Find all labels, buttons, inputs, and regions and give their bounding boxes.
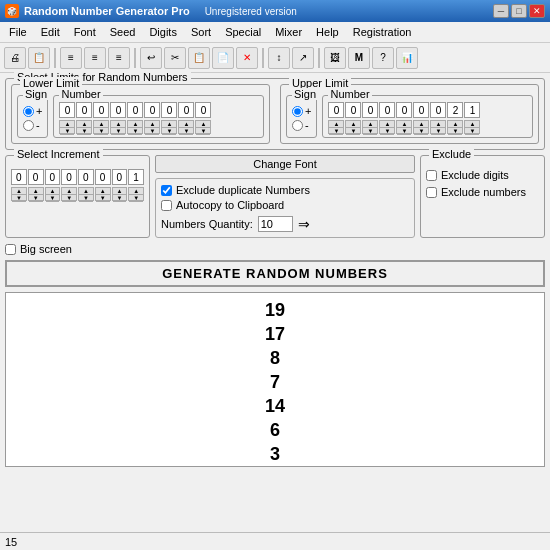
big-screen-label[interactable]: Big screen — [5, 243, 545, 255]
upper-spinner-1[interactable]: ▲▼ — [345, 120, 361, 134]
lower-sign-plus-label[interactable]: + — [23, 105, 42, 117]
lower-number-group: Number 0 0 0 0 0 0 0 0 0 — [53, 95, 264, 138]
close-button[interactable]: ✕ — [529, 4, 545, 18]
toolbar-align-right[interactable]: ≡ — [108, 47, 130, 69]
menu-bar: File Edit Font Seed Digits Sort Special … — [0, 22, 550, 43]
toolbar-sort-desc[interactable]: ↗ — [292, 47, 314, 69]
inc-spinner-2[interactable]: ▲▼ — [45, 187, 61, 201]
lower-digit-4: 0 — [127, 102, 143, 118]
upper-spinner-row: ▲▼ ▲▼ ▲▼ ▲▼ ▲▼ ▲▼ ▲▼ ▲▼ ▲▼ — [328, 120, 527, 134]
upper-spinner-4[interactable]: ▲▼ — [396, 120, 412, 134]
lower-spinner-5[interactable]: ▲▼ — [144, 120, 160, 134]
exclude-numbers-label[interactable]: Exclude numbers — [426, 186, 539, 198]
lower-spinner-2[interactable]: ▲▼ — [93, 120, 109, 134]
inc-spinner-6[interactable]: ▲▼ — [112, 187, 128, 201]
exclude-duplicates-label[interactable]: Exclude duplicate Numbers — [161, 184, 409, 196]
menu-special[interactable]: Special — [219, 24, 267, 40]
menu-font[interactable]: Font — [68, 24, 102, 40]
inc-spinner-0[interactable]: ▲▼ — [11, 187, 27, 201]
toolbar-stats[interactable]: 📊 — [396, 47, 418, 69]
toolbar-delete[interactable]: ✕ — [236, 47, 258, 69]
status-bar: 15 — [0, 532, 550, 550]
toolbar-undo[interactable]: ↩ — [140, 47, 162, 69]
change-font-button[interactable]: Change Font — [155, 155, 415, 173]
inc-spinner-1[interactable]: ▲▼ — [28, 187, 44, 201]
exclude-numbers-checkbox[interactable] — [426, 187, 437, 198]
output-area[interactable]: 191787146320 — [5, 292, 545, 467]
lower-number-title: Number — [59, 88, 102, 100]
toolbar-m[interactable]: M — [348, 47, 370, 69]
maximize-button[interactable]: □ — [511, 4, 527, 18]
upper-spinner-5[interactable]: ▲▼ — [413, 120, 429, 134]
lower-spinner-1[interactable]: ▲▼ — [76, 120, 92, 134]
upper-sign-minus-radio[interactable] — [292, 120, 303, 131]
lower-spinner-8[interactable]: ▲▼ — [195, 120, 211, 134]
toolbar-cut[interactable]: ✂ — [164, 47, 186, 69]
autocopy-label[interactable]: Autocopy to Clipboard — [161, 199, 409, 211]
upper-digit-1: 0 — [345, 102, 361, 118]
lower-digit-6: 0 — [161, 102, 177, 118]
upper-spinner-7[interactable]: ▲▼ — [447, 120, 463, 134]
lower-spinner-4[interactable]: ▲▼ — [127, 120, 143, 134]
menu-digits[interactable]: Digits — [143, 24, 183, 40]
exclude-duplicates-checkbox[interactable] — [161, 185, 172, 196]
toolbar-copy[interactable]: 📋 — [188, 47, 210, 69]
upper-spinner-0[interactable]: ▲▼ — [328, 120, 344, 134]
upper-digit-7: 2 — [447, 102, 463, 118]
output-number: 6 — [270, 418, 280, 442]
upper-sign-plus-label[interactable]: + — [292, 105, 311, 117]
upper-spinner-8[interactable]: ▲▼ — [464, 120, 480, 134]
app-icon: 🎲 — [5, 4, 19, 18]
menu-sort[interactable]: Sort — [185, 24, 217, 40]
toolbar-align-left[interactable]: ≡ — [60, 47, 82, 69]
lower-sign-plus-radio[interactable] — [23, 106, 34, 117]
big-screen-text: Big screen — [20, 243, 72, 255]
menu-seed[interactable]: Seed — [104, 24, 142, 40]
menu-help[interactable]: Help — [310, 24, 345, 40]
inc-spinner-4[interactable]: ▲▼ — [78, 187, 94, 201]
menu-mixer[interactable]: Mixer — [269, 24, 308, 40]
upper-spinner-6[interactable]: ▲▼ — [430, 120, 446, 134]
exclude-numbers-text: Exclude numbers — [441, 186, 526, 198]
inc-spinner-5[interactable]: ▲▼ — [95, 187, 111, 201]
upper-number-title: Number — [328, 88, 371, 100]
toolbar-open[interactable]: 📋 — [28, 47, 50, 69]
big-screen-checkbox[interactable] — [5, 244, 16, 255]
toolbar-paste[interactable]: 📄 — [212, 47, 234, 69]
upper-sign-plus-radio[interactable] — [292, 106, 303, 117]
upper-sign-minus-label[interactable]: - — [292, 119, 311, 131]
inc-digit-2: 0 — [45, 169, 61, 185]
lower-spinner-6[interactable]: ▲▼ — [161, 120, 177, 134]
lower-sign-radios: + - — [23, 105, 42, 131]
toolbar-new[interactable]: 🖨 — [4, 47, 26, 69]
qty-input[interactable] — [258, 216, 293, 232]
upper-limit-group: Upper Limit Sign + - — [280, 84, 539, 144]
generate-button[interactable]: GENERATE RANDOM NUMBERS — [5, 260, 545, 287]
lower-spinner-3[interactable]: ▲▼ — [110, 120, 126, 134]
exclude-digits-label[interactable]: Exclude digits — [426, 169, 539, 181]
menu-edit[interactable]: Edit — [35, 24, 66, 40]
upper-digit-5: 0 — [413, 102, 429, 118]
upper-spinner-2[interactable]: ▲▼ — [362, 120, 378, 134]
lower-spinner-0[interactable]: ▲▼ — [59, 120, 75, 134]
inc-spinner-3[interactable]: ▲▼ — [61, 187, 77, 201]
menu-file[interactable]: File — [3, 24, 33, 40]
output-number: 14 — [265, 394, 285, 418]
exclude-digits-checkbox[interactable] — [426, 170, 437, 181]
lower-digit-8: 0 — [195, 102, 211, 118]
menu-registration[interactable]: Registration — [347, 24, 418, 40]
lower-sign-minus-radio[interactable] — [23, 120, 34, 131]
toolbar-image[interactable]: 🖼 — [324, 47, 346, 69]
limits-row: Lower Limit Sign + - — [11, 84, 539, 144]
upper-digit-4: 0 — [396, 102, 412, 118]
toolbar-sort-asc[interactable]: ↕ — [268, 47, 290, 69]
inc-spinner-7[interactable]: ▲▼ — [128, 187, 144, 201]
lower-sign-minus-label[interactable]: - — [23, 119, 42, 131]
autocopy-checkbox[interactable] — [161, 200, 172, 211]
toolbar-align-center[interactable]: ≡ — [84, 47, 106, 69]
upper-spinner-3[interactable]: ▲▼ — [379, 120, 395, 134]
toolbar-help[interactable]: ? — [372, 47, 394, 69]
lower-spinner-7[interactable]: ▲▼ — [178, 120, 194, 134]
minimize-button[interactable]: ─ — [493, 4, 509, 18]
output-number: 8 — [270, 346, 280, 370]
